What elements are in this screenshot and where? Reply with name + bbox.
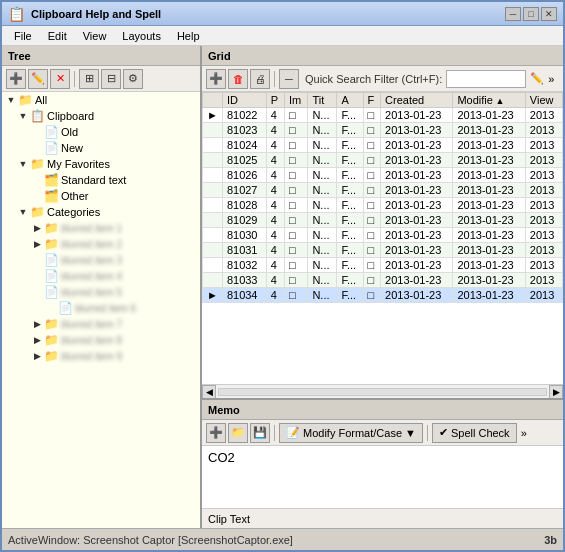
col-header-view[interactable]: View [525, 93, 562, 108]
expander-blur9: ▶ [30, 349, 44, 363]
expander-clipboard[interactable]: ▼ [16, 109, 30, 123]
tree-node-categories[interactable]: ▼ 📁 Categories [2, 204, 200, 220]
grid-delete-button[interactable]: 🗑 [228, 69, 248, 89]
tree-node-other[interactable]: · 🗂️ Other [2, 188, 200, 204]
memo-save-button[interactable]: 💾 [250, 423, 270, 443]
cell-view: 2013 [525, 183, 562, 198]
table-row[interactable]: 810264□N...F...□2013-01-232013-01-232013 [203, 168, 563, 183]
spell-check-button[interactable]: ✔ Spell Check [432, 423, 517, 443]
minimize-button[interactable]: ─ [505, 7, 521, 21]
col-header-created[interactable]: Created [381, 93, 453, 108]
table-row[interactable]: 810274□N...F...□2013-01-232013-01-232013 [203, 183, 563, 198]
cell-id: 81025 [222, 153, 266, 168]
col-header-f[interactable]: F [363, 93, 380, 108]
main-container: Tree ➕ ✏️ ✕ ⊞ ⊟ ⚙ ▼ 📁 [2, 46, 563, 550]
table-row[interactable]: 810324□N...F...□2013-01-232013-01-232013 [203, 258, 563, 273]
tree-node-blur3[interactable]: · 📄 blurred item 3 [2, 252, 200, 268]
table-row[interactable]: 810304□N...F...□2013-01-232013-01-232013 [203, 228, 563, 243]
memo-title: Memo [208, 404, 240, 416]
memo-content[interactable]: CO2 [202, 446, 563, 508]
table-row[interactable]: 810254□N...F...□2013-01-232013-01-232013 [203, 153, 563, 168]
cell-created: 2013-01-23 [381, 213, 453, 228]
tree-edit-button[interactable]: ✏️ [28, 69, 48, 89]
col-header-p[interactable]: P [266, 93, 284, 108]
table-row[interactable]: 810294□N...F...□2013-01-232013-01-232013 [203, 213, 563, 228]
tree-node-blur7[interactable]: ▶ 📁 blurred item 7 [2, 316, 200, 332]
tree-node-all[interactable]: ▼ 📁 All [2, 92, 200, 108]
tree-add-button[interactable]: ➕ [6, 69, 26, 89]
icon-blur9: 📁 [44, 349, 59, 363]
tree-node-blur6[interactable]: · 📄 blurred item 6 [2, 300, 200, 316]
more-options-icon[interactable]: » [548, 73, 554, 85]
tree-node-old[interactable]: · 📄 Old [2, 124, 200, 140]
hscroll-track[interactable] [218, 388, 547, 396]
grid-add-button[interactable]: ➕ [206, 69, 226, 89]
tree-node-standardtext[interactable]: · 🗂️ Standard text [2, 172, 200, 188]
modify-format-button[interactable]: 📝 Modify Format/Case ▼ [279, 423, 423, 443]
grid-print-button[interactable]: 🖨 [250, 69, 270, 89]
expander-all[interactable]: ▼ [4, 93, 18, 107]
cell-f: □ [363, 108, 380, 123]
table-row[interactable]: 810334□N...F...□2013-01-232013-01-232013 [203, 273, 563, 288]
tree-settings-button[interactable]: ⚙ [123, 69, 143, 89]
expander-myfavorites[interactable]: ▼ [16, 157, 30, 171]
menu-help[interactable]: Help [169, 29, 208, 43]
memo-add-button[interactable]: ➕ [206, 423, 226, 443]
col-header-modified[interactable]: Modifie [453, 93, 525, 108]
tree-content[interactable]: ▼ 📁 All ▼ 📋 Clipboard · [2, 92, 200, 528]
table-row[interactable]: 810314□N...F...□2013-01-232013-01-232013 [203, 243, 563, 258]
memo-folder-button[interactable]: 📁 [228, 423, 248, 443]
col-header-indicator[interactable] [203, 93, 223, 108]
menu-file[interactable]: File [6, 29, 40, 43]
grid-minus-button[interactable]: ─ [279, 69, 299, 89]
tree-node-blur8[interactable]: ▶ 📁 blurred item 8 [2, 332, 200, 348]
folder-icon-myfavorites: 📁 [30, 157, 45, 171]
folder-icon-all: 📁 [18, 93, 33, 107]
tree-node-blur1[interactable]: ▶ 📁 blurred item 1 [2, 220, 200, 236]
grid-table-container[interactable]: ID P Im Tit A F Created Modifie View [202, 92, 563, 384]
col-header-tit[interactable]: Tit [308, 93, 337, 108]
maximize-button[interactable]: □ [523, 7, 539, 21]
cell-im: □ [284, 243, 308, 258]
close-button[interactable]: ✕ [541, 7, 557, 21]
search-input[interactable] [446, 70, 526, 88]
hscroll-right-button[interactable]: ▶ [549, 385, 563, 399]
tree-node-blur4[interactable]: · 📄 blurred item 4 [2, 268, 200, 284]
tree-delete-button[interactable]: ✕ [50, 69, 70, 89]
menu-layouts[interactable]: Layouts [114, 29, 169, 43]
modify-label: Modify Format/Case [303, 427, 402, 439]
cell-a: F... [337, 108, 363, 123]
col-header-im[interactable]: Im [284, 93, 308, 108]
menu-view[interactable]: View [75, 29, 115, 43]
tree-label-clipboard: Clipboard [47, 110, 94, 122]
tree-collapse-button[interactable]: ⊟ [101, 69, 121, 89]
tree-node-myfavorites[interactable]: ▼ 📁 My Favorites [2, 156, 200, 172]
expander-blur1: ▶ [30, 221, 44, 235]
table-row[interactable]: ►810344□N...F...□2013-01-232013-01-23201… [203, 288, 563, 303]
search-edit-icon[interactable]: ✏️ [530, 72, 544, 85]
col-header-a[interactable]: A [337, 93, 363, 108]
table-row[interactable]: ►810224□N...F...□2013-01-232013-01-23201… [203, 108, 563, 123]
tree-expand-button[interactable]: ⊞ [79, 69, 99, 89]
memo-more-icon[interactable]: » [521, 427, 527, 439]
col-header-id[interactable]: ID [222, 93, 266, 108]
table-row[interactable]: 810234□N...F...□2013-01-232013-01-232013 [203, 123, 563, 138]
tree-node-blur9[interactable]: ▶ 📁 blurred item 9 [2, 348, 200, 364]
clipboard-icon: 📋 [30, 109, 45, 123]
hscroll-left-button[interactable]: ◀ [202, 385, 216, 399]
table-row[interactable]: 810284□N...F...□2013-01-232013-01-232013 [203, 198, 563, 213]
tree-node-blur5[interactable]: · 📄 blurred item 5 [2, 284, 200, 300]
menu-edit[interactable]: Edit [40, 29, 75, 43]
cell-view: 2013 [525, 243, 562, 258]
cell-indicator [203, 273, 223, 288]
expander-categories[interactable]: ▼ [16, 205, 30, 219]
cell-im: □ [284, 183, 308, 198]
cell-modified: 2013-01-23 [453, 198, 525, 213]
tree-node-clipboard[interactable]: ▼ 📋 Clipboard [2, 108, 200, 124]
table-row[interactable]: 810244□N...F...□2013-01-232013-01-232013 [203, 138, 563, 153]
cell-created: 2013-01-23 [381, 228, 453, 243]
tree-node-new[interactable]: · 📄 New [2, 140, 200, 156]
icon-blur1: 📁 [44, 221, 59, 235]
grid-hscroll[interactable]: ◀ ▶ [202, 384, 563, 398]
tree-node-blur2[interactable]: ▶ 📁 blurred item 2 [2, 236, 200, 252]
